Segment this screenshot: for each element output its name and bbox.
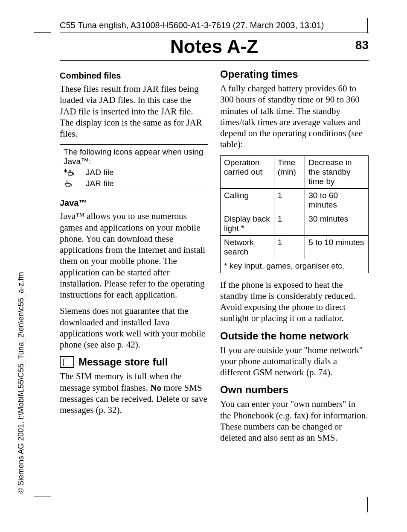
box-intro: The following icons appear when using Ja… <box>64 147 204 166</box>
th-time: Time (min) <box>274 155 305 188</box>
rule <box>60 32 369 32</box>
heading-outside-home-network: Outside the home network <box>220 330 369 342</box>
message-store-icon <box>60 356 74 368</box>
heading-java: Java™ <box>60 198 208 208</box>
message-store-full-label: Message store full <box>78 356 168 368</box>
table-cell: 1 <box>274 235 305 259</box>
crop-mark <box>34 32 51 33</box>
table-cell: 1 <box>274 188 305 212</box>
msg-no-bold: No <box>150 383 161 393</box>
crop-mark <box>34 497 51 497</box>
table-footnote: * key input, games, organiser etc. <box>221 259 369 273</box>
operating-times-table: Operation carried out Time (min) Decreas… <box>220 155 369 273</box>
para-java-1: Java™ allows you to use numerous games a… <box>60 210 208 300</box>
para-message-store-full: The SIM memory is full when the message … <box>60 371 208 415</box>
table-cell: 1 <box>274 212 305 235</box>
para-heat: If the phone is exposed to heat the stan… <box>220 279 369 324</box>
table-cell: 5 to 10 minutes <box>305 235 369 259</box>
para-combined-files: These files result from JAR files being … <box>60 83 208 139</box>
running-head: C55 Tuna english, A31008-H5600-A1-3-7619… <box>60 20 369 30</box>
chapter-title: Notes A-Z <box>170 36 258 57</box>
heading-own-numbers: Own numbers <box>220 384 369 396</box>
page-number: 83 <box>355 38 369 52</box>
para-java-2: Siemens does not guarantee that the down… <box>60 305 208 350</box>
table-cell: Calling <box>221 188 274 212</box>
table-cell: Display back light * <box>221 212 274 235</box>
para-operating-times: A fully charged battery provides 60 to 3… <box>220 83 369 150</box>
table-cell: 30 to 60 minutes <box>305 188 369 212</box>
jad-download-icon <box>64 168 74 177</box>
th-decrease: Decrease in the standby time by <box>305 155 369 188</box>
jar-cup-icon <box>64 179 74 188</box>
icons-box: The following icons appear when using Ja… <box>60 144 208 192</box>
table-cell: 30 minutes <box>305 212 369 235</box>
right-column: Operating times A fully charged battery … <box>220 68 369 448</box>
rule-bold <box>60 60 369 61</box>
heading-message-store-full: Message store full <box>60 356 208 368</box>
crop-mark <box>367 497 368 512</box>
jad-file-label: JAD file <box>86 168 113 177</box>
copyright-sideways: © Siemens AG 2001, I:\Mobil\L55\C55_Tuna… <box>17 272 26 494</box>
left-column: Combined files These files result from J… <box>60 68 208 448</box>
crop-mark <box>367 18 368 33</box>
heading-operating-times: Operating times <box>220 68 369 80</box>
table-cell: Network search <box>221 235 274 259</box>
jar-file-label: JAR file <box>86 179 113 188</box>
para-own-numbers: You can enter your "own numbers" in the … <box>220 398 369 443</box>
para-outside-home-network: If you are outside your "home network" y… <box>220 345 369 378</box>
heading-combined-files: Combined files <box>60 71 208 81</box>
th-operation: Operation carried out <box>221 155 274 188</box>
